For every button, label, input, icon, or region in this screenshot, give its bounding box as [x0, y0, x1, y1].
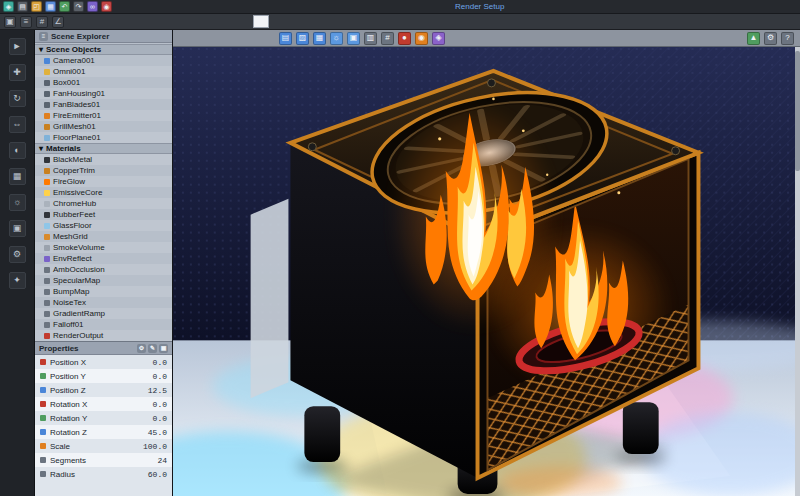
tree-item[interactable]: Camera001 [35, 55, 172, 66]
viewport-scrollbar[interactable] [795, 47, 800, 496]
active-tool-notch[interactable] [253, 15, 269, 28]
tree-item[interactable]: FireEmitter01 [35, 110, 172, 121]
layers-icon[interactable]: ≡ [20, 16, 32, 28]
tree-item-label: BumpMap [53, 287, 89, 296]
material-editor-icon[interactable]: ◉ [415, 32, 428, 45]
parameter-icon [40, 443, 46, 449]
tree-item[interactable]: FireGlow [35, 176, 172, 187]
parameter-label: Rotation X [50, 400, 149, 409]
tree-item-label: CopperTrim [53, 166, 95, 175]
render-viewport[interactable] [173, 47, 795, 496]
parameter-value[interactable]: 45.0 [148, 428, 167, 437]
link-icon[interactable]: ∞ [87, 1, 98, 12]
tree-group-header[interactable]: ▾Scene Objects [35, 44, 172, 55]
tree-item[interactable]: Falloff01 [35, 319, 172, 330]
parameter-row[interactable]: Position X0.0 [35, 355, 172, 369]
parameter-row[interactable]: Position Z12.5 [35, 383, 172, 397]
tree-item[interactable]: BumpMap [35, 286, 172, 297]
tree-item[interactable]: FanBlades01 [35, 99, 172, 110]
edit-icon[interactable]: ✎ [148, 344, 157, 353]
tree-item[interactable]: EmissiveCore [35, 187, 172, 198]
tree-item[interactable]: Omni001 [35, 66, 172, 77]
settings-icon[interactable]: ⚙ [9, 246, 26, 263]
parameter-value[interactable]: 0.0 [153, 414, 167, 423]
parameter-row[interactable]: Rotation X0.0 [35, 397, 172, 411]
parameter-value[interactable]: 24 [157, 456, 167, 465]
parameter-value[interactable]: 0.0 [153, 358, 167, 367]
caret-down-icon[interactable]: ▾ [39, 45, 43, 54]
tree-item-label: GlassFloor [53, 221, 92, 230]
star-icon[interactable]: ✦ [9, 272, 26, 289]
tree-group-header[interactable]: ▾Materials [35, 143, 172, 154]
angle-snap-icon[interactable]: ∠ [52, 16, 64, 28]
wireframe-icon[interactable]: ▤ [279, 32, 292, 45]
tree-item[interactable]: RenderOutput [35, 330, 172, 341]
snap-toggle-icon[interactable]: # [36, 16, 48, 28]
caret-down-icon[interactable]: ▾ [39, 144, 43, 153]
item-bullet-icon [44, 212, 50, 218]
shaded-icon[interactable]: ▨ [296, 32, 309, 45]
move-icon[interactable]: ✚ [9, 64, 26, 81]
settings-icon[interactable]: ⚙ [764, 32, 777, 45]
tree-item[interactable]: FloorPlane01 [35, 132, 172, 143]
parameter-value[interactable]: 0.0 [153, 400, 167, 409]
textured-icon[interactable]: ▦ [313, 32, 326, 45]
parameter-row[interactable]: Position Y0.0 [35, 369, 172, 383]
snap-icon[interactable]: # [381, 32, 394, 45]
scrollbar-thumb[interactable] [795, 51, 800, 171]
parameter-row[interactable]: Rotation Z45.0 [35, 425, 172, 439]
grid-icon[interactable]: ▦ [9, 168, 26, 185]
render-icon[interactable]: ◉ [101, 1, 112, 12]
tree-item[interactable]: GlassFloor [35, 220, 172, 231]
item-bullet-icon [44, 80, 50, 86]
tree-item-label: SpecularMap [53, 276, 100, 285]
tree-item[interactable]: MeshGrid [35, 231, 172, 242]
app-icon[interactable]: ◈ [3, 1, 14, 12]
tree-item-label: SmokeVolume [53, 243, 105, 252]
tree-item[interactable]: ChromeHub [35, 198, 172, 209]
grid-toggle-icon[interactable]: ▥ [364, 32, 377, 45]
settings-small-icon[interactable]: ⚙ [137, 344, 146, 353]
parameter-value[interactable]: 0.0 [153, 372, 167, 381]
help-icon[interactable]: ? [781, 32, 794, 45]
undo-icon[interactable]: ↶ [59, 1, 70, 12]
tree-item[interactable]: Box001 [35, 77, 172, 88]
parameter-value[interactable]: 12.5 [148, 386, 167, 395]
camera-view-icon[interactable]: ▣ [347, 32, 360, 45]
save-icon[interactable]: ▦ [45, 1, 56, 12]
item-bullet-icon [44, 124, 50, 130]
tree-item[interactable]: RubberFeet [35, 209, 172, 220]
parameter-row[interactable]: Scale100.0 [35, 439, 172, 453]
parameter-value[interactable]: 60.0 [148, 470, 167, 479]
graph-icon[interactable]: ▲ [747, 32, 760, 45]
new-file-icon[interactable]: ▤ [17, 1, 28, 12]
parameter-value[interactable]: 100.0 [143, 442, 167, 451]
tree-item[interactable]: GrillMesh01 [35, 121, 172, 132]
environment-icon[interactable]: ◈ [432, 32, 445, 45]
lighting-icon[interactable]: ☼ [330, 32, 343, 45]
tree-item[interactable]: SmokeVolume [35, 242, 172, 253]
tree-item[interactable]: BlackMetal [35, 154, 172, 165]
render-frame-icon[interactable]: ● [398, 32, 411, 45]
tree-item[interactable]: FanHousing01 [35, 88, 172, 99]
pan-icon[interactable]: ◐ [9, 142, 26, 159]
tree-item[interactable]: AmbOcclusion [35, 264, 172, 275]
light-icon[interactable]: ☼ [9, 194, 26, 211]
scale-icon[interactable]: ⇔ [9, 116, 26, 133]
outliner-title: Scene Explorer [51, 32, 109, 41]
tree-item[interactable]: SpecularMap [35, 275, 172, 286]
tree-item[interactable]: EnvReflect [35, 253, 172, 264]
tree-item[interactable]: CopperTrim [35, 165, 172, 176]
parameter-row[interactable]: Radius60.0 [35, 467, 172, 481]
select-arrow-icon[interactable]: ► [9, 38, 26, 55]
parameter-row[interactable]: Segments24 [35, 453, 172, 467]
open-folder-icon[interactable]: ◰ [31, 1, 42, 12]
scene-icon[interactable]: ▣ [4, 16, 16, 28]
tree-item[interactable]: GradientRamp [35, 308, 172, 319]
grid-small-icon[interactable]: ▦ [159, 344, 168, 353]
rotate-icon[interactable]: ↻ [9, 90, 26, 107]
parameter-row[interactable]: Rotation Y0.0 [35, 411, 172, 425]
tree-item[interactable]: NoiseTex [35, 297, 172, 308]
redo-icon[interactable]: ↷ [73, 1, 84, 12]
camera-icon[interactable]: ▣ [9, 220, 26, 237]
